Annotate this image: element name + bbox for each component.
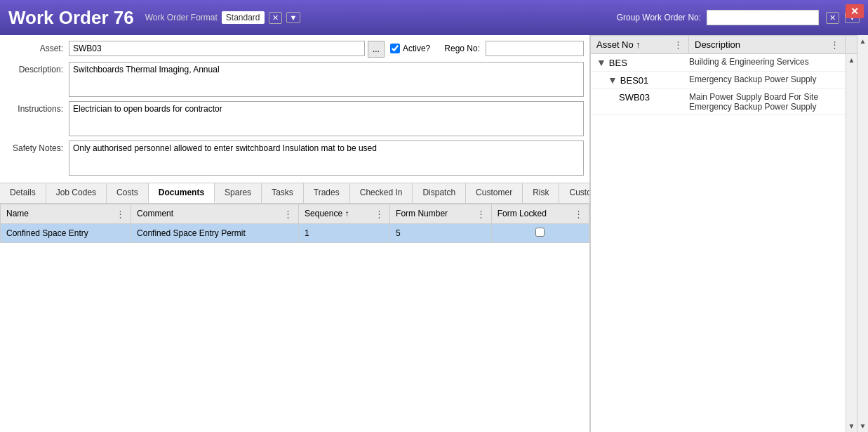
tab-risk[interactable]: Risk: [523, 183, 559, 203]
col-header-name: Name ⋮: [1, 204, 131, 224]
asset-scrollbar: ▲ ▼: [846, 54, 857, 432]
tab-spares[interactable]: Spares: [215, 183, 262, 203]
tab-job-codes[interactable]: Job Codes: [46, 183, 107, 203]
asset-tree-body: ▼BESBuilding & Engineering Services▼BES0…: [591, 54, 846, 432]
rego-section: Rego No:: [444, 41, 584, 56]
group-wo-label: Group Work Order No:: [617, 13, 701, 22]
asset-ellipsis-button[interactable]: ...: [368, 41, 385, 58]
description-label: Description:: [6, 62, 69, 74]
form-fields: Asset: ... Active? Rego No:: [0, 35, 589, 183]
format-value: Standard: [222, 11, 265, 24]
table-area: Name ⋮Comment ⋮Sequence ↑ ⋮Form Number ⋮…: [0, 204, 589, 432]
format-dropdown-button[interactable]: ▼: [286, 12, 301, 23]
asset-tree-row[interactable]: ▼BESBuilding & Engineering Services: [591, 54, 846, 72]
tab-details[interactable]: Details: [0, 183, 46, 203]
col-menu-form_locked[interactable]: ⋮: [574, 209, 583, 219]
tab-custom-tab[interactable]: Custom Tab: [559, 183, 590, 203]
header: Work Order 76 Work Order Format Standard…: [0, 0, 868, 35]
asset-tree-row[interactable]: SWB03Main Power Supply Board For Site Em…: [591, 89, 846, 115]
asset-row: Asset: ... Active? Rego No:: [6, 41, 584, 58]
col-menu-form_number[interactable]: ⋮: [476, 209, 486, 219]
asset-desc-col-header: Description ⋮: [689, 36, 846, 53]
col-menu-sequence[interactable]: ⋮: [375, 209, 384, 219]
asset-row-right: Active? Rego No:: [385, 41, 584, 56]
tab-tasks[interactable]: Tasks: [262, 183, 304, 203]
tabs-bar: DetailsJob CodesCostsDocumentsSparesTask…: [0, 183, 589, 204]
cell-comment: Confined Space Entry Permit: [131, 224, 299, 243]
tab-customer[interactable]: Customer: [466, 183, 523, 203]
instructions-label: Instructions:: [6, 101, 69, 114]
format-label: Work Order Format: [145, 13, 218, 22]
col-menu-comment[interactable]: ⋮: [283, 209, 293, 219]
documents-table: Name ⋮Comment ⋮Sequence ↑ ⋮Form Number ⋮…: [0, 204, 589, 243]
tab-documents[interactable]: Documents: [149, 183, 215, 203]
asset-no-col-menu[interactable]: ⋮: [674, 39, 683, 50]
col-header-comment: Comment ⋮: [131, 204, 299, 224]
asset-no-col-label: Asset No ↑: [596, 39, 641, 50]
tab-trades[interactable]: Trades: [304, 183, 350, 203]
close-button[interactable]: ✕: [846, 4, 864, 18]
cell-sequence: 1: [299, 224, 390, 243]
group-wo-input[interactable]: [707, 10, 819, 25]
description-row: Description: Switchboards Thermal Imagin…: [6, 62, 584, 97]
left-panel: Asset: ... Active? Rego No:: [0, 35, 590, 432]
col-header-form_number: Form Number ⋮: [390, 204, 492, 224]
asset-desc-col-label: Description: [695, 39, 740, 50]
description-textarea[interactable]: Switchboards Thermal Imaging, Annual: [69, 62, 584, 97]
tab-dispatch[interactable]: Dispatch: [413, 183, 466, 203]
collapse-arrow[interactable]: ▼: [596, 57, 606, 68]
right-panel: Asset No ↑ ⋮ Description ⋮ ▼BESBuilding …: [590, 35, 857, 432]
asset-node-no: ▼BES: [596, 57, 689, 68]
main-scroll-down[interactable]: ▼: [857, 420, 868, 432]
col-header-sequence: Sequence ↑ ⋮: [299, 204, 390, 224]
active-label: Active?: [403, 44, 430, 53]
table-row[interactable]: Confined Space EntryConfined Space Entry…: [1, 224, 589, 243]
asset-input[interactable]: [69, 41, 365, 56]
col-menu-name[interactable]: ⋮: [116, 209, 125, 219]
header-left: Work Order 76 Work Order Format Standard…: [8, 7, 300, 29]
group-wo-clear-button[interactable]: ✕: [826, 12, 839, 24]
asset-desc-col-menu[interactable]: ⋮: [830, 39, 839, 50]
instructions-row: Instructions: Electrician to open boards…: [6, 101, 584, 136]
asset-node-id: BES: [609, 58, 627, 68]
safety-notes-textarea[interactable]: Only authorised personnel allowed to ent…: [69, 140, 584, 176]
asset-node-description: Building & Engineering Services: [689, 57, 840, 67]
main-area: Asset: ... Active? Rego No:: [0, 35, 868, 432]
collapse-arrow[interactable]: ▼: [608, 74, 617, 86]
asset-node-description: Emergency Backup Power Supply: [689, 74, 840, 84]
main-scrollbar: ▲ ▼: [857, 35, 868, 432]
asset-input-wrap: ...: [69, 41, 385, 58]
page-title: Work Order 76: [8, 7, 134, 29]
tab-checked-in[interactable]: Checked In: [350, 183, 413, 203]
rego-label: Rego No:: [444, 44, 480, 53]
asset-node-description: Main Power Supply Board For Site Emergen…: [689, 92, 840, 112]
cell-form_number: 5: [390, 224, 492, 243]
rego-input[interactable]: [486, 41, 584, 56]
form-locked-checkbox[interactable]: [535, 228, 545, 237]
instructions-textarea[interactable]: Electrician to open boards for contracto…: [69, 101, 584, 136]
safety-notes-label: Safety Notes:: [6, 140, 69, 153]
asset-tree-row[interactable]: ▼BES01Emergency Backup Power Supply: [591, 72, 846, 89]
scroll-up-arrow[interactable]: ▲: [846, 54, 857, 66]
asset-node-no: SWB03: [596, 92, 689, 103]
active-checkbox[interactable]: [390, 44, 400, 53]
active-section: Active?: [390, 44, 430, 53]
asset-no-col-header: Asset No ↑ ⋮: [591, 36, 689, 53]
asset-node-no: ▼BES01: [596, 74, 689, 86]
safety-notes-row: Safety Notes: Only authorised personnel …: [6, 140, 584, 176]
format-section: Work Order Format Standard ✕ ▼: [145, 11, 301, 24]
scroll-down-arrow[interactable]: ▼: [846, 420, 857, 432]
asset-label: Asset:: [6, 41, 69, 53]
main-scroll-up[interactable]: ▲: [857, 35, 868, 47]
cell-name: Confined Space Entry: [1, 224, 131, 243]
tab-costs[interactable]: Costs: [107, 183, 149, 203]
format-clear-button[interactable]: ✕: [269, 12, 282, 24]
header-right: Group Work Order No: ✕ ▼: [617, 10, 860, 25]
asset-node-id: SWB03: [619, 92, 650, 103]
asset-tree-header: Asset No ↑ ⋮ Description ⋮: [591, 35, 857, 54]
asset-node-id: BES01: [620, 75, 648, 86]
col-header-form_locked: Form Locked ⋮: [491, 204, 589, 224]
